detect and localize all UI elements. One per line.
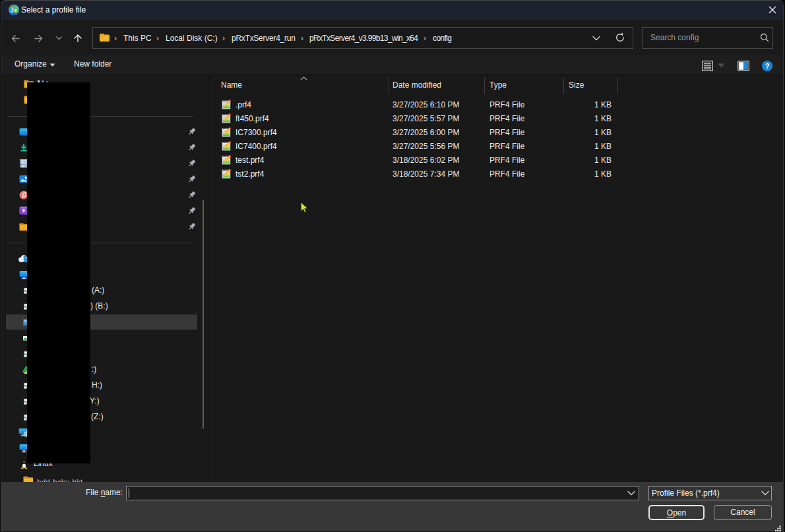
svg-text:?: ? — [765, 62, 770, 70]
